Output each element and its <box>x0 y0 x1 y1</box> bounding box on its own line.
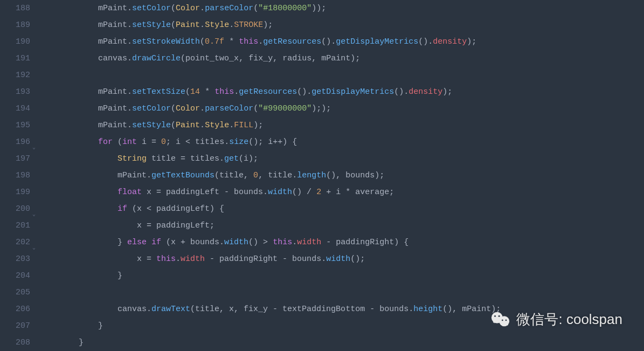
code-token: ( <box>185 87 190 97</box>
line-number: 193 <box>4 84 30 100</box>
code-line[interactable]: for (int i = 0; i < titles.size(); i++) … <box>40 134 644 150</box>
code-token: . <box>292 238 297 247</box>
fold-chevron-icon[interactable]: ⌄ <box>32 206 36 223</box>
line-number: 202⌄ <box>4 234 30 251</box>
code-line[interactable]: mPaint.setStyle(Paint.Style.FILL); <box>40 117 644 134</box>
code-line[interactable]: mPaint.setStyle(Paint.Style.STROKE); <box>40 17 644 33</box>
code-token: this <box>239 37 258 46</box>
code-token: (). <box>321 37 336 46</box>
code-token: drawText <box>151 305 190 314</box>
code-token: "#99000000" <box>258 104 311 113</box>
code-token: 0 <box>161 137 166 147</box>
line-number: 195 <box>4 117 30 134</box>
code-token: . <box>147 305 151 314</box>
code-token: . <box>127 20 132 30</box>
code-line[interactable]: } <box>40 318 644 334</box>
code-token: ; i < titles. <box>166 137 229 147</box>
code-token: (x < paddingLeft) { <box>127 204 224 214</box>
code-token: . <box>229 121 234 130</box>
code-token: Color <box>176 4 200 13</box>
code-token: radius <box>282 54 311 63</box>
code-token: Style <box>205 20 229 30</box>
code-token: mPaint <box>98 37 127 46</box>
code-token: 0 <box>253 171 258 180</box>
code-token: (). <box>394 87 408 97</box>
code-token: size <box>229 137 248 147</box>
code-line[interactable]: canvas.drawCircle(point_two_x, fix_y, ra… <box>40 50 644 67</box>
code-token: getDisplayMetrics <box>336 37 418 46</box>
code-token: . <box>258 37 263 46</box>
code-token: . <box>127 121 132 130</box>
code-token: ); <box>350 54 360 63</box>
code-token: , <box>239 54 248 63</box>
code-token: getDisplayMetrics <box>311 87 394 97</box>
code-token: (i); <box>239 154 258 163</box>
code-line[interactable]: mPaint.getTextBounds(title, 0, title.len… <box>40 167 644 184</box>
line-number: 208 <box>4 334 30 351</box>
line-number-gutter: 188189190191192193194195196⌄197198199200… <box>0 0 38 351</box>
code-token: 2 <box>316 188 321 197</box>
line-number: 191 <box>4 50 30 67</box>
code-line[interactable]: } else if (x + bounds.width() > this.wid… <box>40 234 644 251</box>
code-token: width <box>181 254 205 264</box>
code-token: density <box>433 37 467 46</box>
code-token: (title, x, fix_y - textPaddingBottom - b… <box>190 305 413 314</box>
code-token: STROKE <box>234 20 263 30</box>
code-token: mPaint <box>98 4 127 13</box>
line-number: 203 <box>4 251 30 267</box>
code-token: . <box>147 171 151 180</box>
code-editor[interactable]: 188189190191192193194195196⌄197198199200… <box>0 0 644 351</box>
fold-chevron-icon[interactable]: ⌄ <box>32 239 36 256</box>
code-token: i = <box>137 137 161 147</box>
code-token: )); <box>311 4 326 13</box>
code-token: ( <box>171 20 176 30</box>
line-number: 204 <box>4 267 30 284</box>
code-token: mPaint <box>117 171 147 180</box>
code-token: FILL <box>234 121 253 130</box>
fold-chevron-icon[interactable]: ⌄ <box>32 139 36 156</box>
code-token: setStyle <box>132 121 171 130</box>
code-line[interactable]: x = this.width - paddingRight - bounds.w… <box>40 251 644 267</box>
code-token: 0.7f <box>205 37 224 46</box>
code-token: drawCircle <box>132 54 181 63</box>
line-number: 189 <box>4 17 30 33</box>
code-token: . <box>234 87 239 97</box>
code-token: x = paddingLeft - bounds. <box>142 188 268 197</box>
line-number: 197 <box>4 150 30 167</box>
code-line[interactable]: mPaint.setColor(Color.parseColor("#99000… <box>40 100 644 117</box>
code-token: for <box>98 137 113 147</box>
code-token: if <box>117 204 127 214</box>
code-token: mPaint <box>98 87 127 97</box>
code-token: Paint <box>176 121 200 130</box>
code-token: } <box>79 338 84 347</box>
code-token: () > <box>248 238 273 247</box>
code-line[interactable]: x = paddingLeft; <box>40 217 644 234</box>
code-line[interactable]: } <box>40 267 644 284</box>
code-line[interactable] <box>40 284 644 301</box>
code-line[interactable]: mPaint.setStrokeWidth(0.7f * this.getRes… <box>40 33 644 50</box>
code-token: ( <box>171 121 176 130</box>
code-token: setColor <box>132 104 171 113</box>
code-line[interactable]: mPaint.setColor(Color.parseColor("#18000… <box>40 0 644 17</box>
code-line[interactable]: mPaint.setTextSize(14 * this.getResource… <box>40 84 644 100</box>
code-area[interactable]: mPaint.setColor(Color.parseColor("#18000… <box>38 0 644 351</box>
code-line[interactable] <box>40 67 644 84</box>
code-line[interactable]: float x = paddingLeft - bounds.width() /… <box>40 184 644 201</box>
code-token: mPaint <box>98 121 127 130</box>
code-token: 14 <box>190 87 200 97</box>
code-token: ( <box>113 137 122 147</box>
code-token: . <box>127 104 132 113</box>
code-line[interactable]: if (x < paddingLeft) { <box>40 201 644 217</box>
code-token: mPaint <box>98 104 127 113</box>
code-token: canvas <box>98 54 127 63</box>
code-line[interactable]: String title = titles.get(i); <box>40 150 644 167</box>
code-token: this <box>214 87 234 97</box>
line-number: 190 <box>4 33 30 50</box>
code-token: ; <box>326 104 331 113</box>
code-token: (), mPaint); <box>442 305 501 314</box>
code-token: this <box>156 254 176 264</box>
code-token: ( <box>253 104 258 113</box>
code-token: . <box>127 37 132 46</box>
code-line[interactable]: } <box>40 334 644 351</box>
code-line[interactable]: canvas.drawText(title, x, fix_y - textPa… <box>40 301 644 318</box>
